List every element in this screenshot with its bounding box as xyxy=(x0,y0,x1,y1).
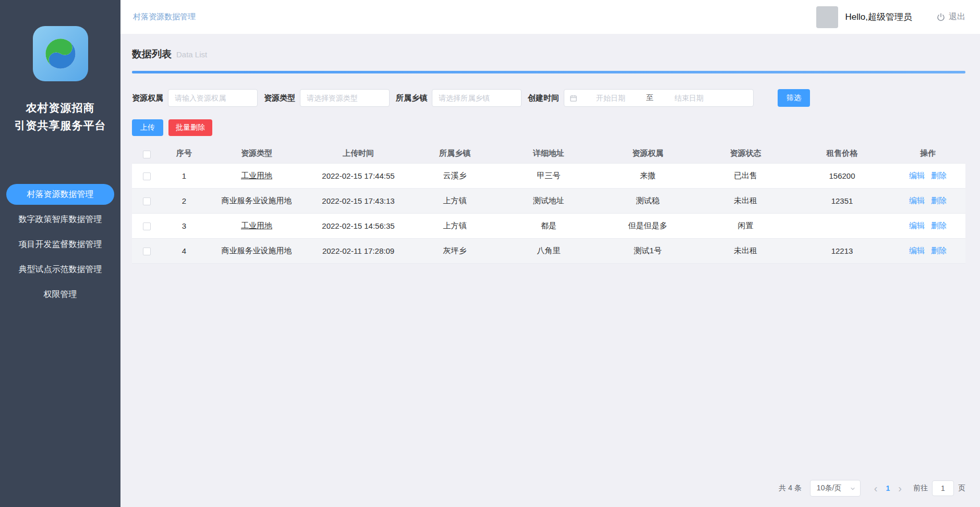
delete-link[interactable]: 删除 xyxy=(931,221,947,230)
app-title-line2: 引资共享服务平台 xyxy=(15,117,106,134)
ownership-label: 资源权属 xyxy=(132,93,163,103)
town-label: 所属乡镇 xyxy=(396,93,427,103)
app-root: 农村资源招商 引资共享服务平台 村落资源数据管理 数字政策智库数据管理 项目开发… xyxy=(0,0,980,507)
cell-type: 商业服务业设施用地 xyxy=(207,238,306,263)
filter-button[interactable]: 筛选 xyxy=(778,89,810,107)
date-range-separator: 至 xyxy=(644,93,656,103)
date-range-picker[interactable]: 至 xyxy=(564,89,754,107)
select-all-checkbox[interactable] xyxy=(143,151,151,158)
cell-seq: 4 xyxy=(161,238,207,263)
goto-label: 前往 xyxy=(913,484,928,493)
cell-type: 商业服务业设施用地 xyxy=(207,188,306,213)
column-header-town: 所属乡镇 xyxy=(410,144,499,163)
cell-town: 上方镇 xyxy=(410,213,499,238)
power-icon xyxy=(936,13,946,22)
page-size-select[interactable]: 10条/页 xyxy=(810,480,861,497)
row-checkbox[interactable] xyxy=(143,172,151,180)
town-select-input[interactable] xyxy=(432,89,522,107)
sidebar-menu: 村落资源数据管理 数字政策智库数据管理 项目开发监督数据管理 典型试点示范数据管… xyxy=(0,184,120,309)
chevron-left-icon[interactable]: ‹ xyxy=(870,483,882,493)
sidebar-item-label: 村落资源数据管理 xyxy=(27,189,94,200)
column-header-seq: 序号 xyxy=(161,144,207,163)
content: 数据列表 Data List 资源权属 资源类型 所属乡镇 xyxy=(120,34,980,507)
cell-status: 未出租 xyxy=(697,238,794,263)
page-unit-label: 页 xyxy=(958,484,965,493)
logout-button[interactable]: 退出 xyxy=(936,11,965,22)
column-header-upload-time: 上传时间 xyxy=(306,144,410,163)
sidebar-item-permission-management[interactable]: 权限管理 xyxy=(6,284,114,305)
batch-delete-button[interactable]: 批量删除 xyxy=(168,119,212,136)
goto-page-input[interactable] xyxy=(932,480,954,496)
cell-price: 156200 xyxy=(794,163,890,188)
cell-upload-time: 2022-02-15 17:44:55 xyxy=(306,163,410,188)
breadcrumb[interactable]: 村落资源数据管理 xyxy=(133,12,196,22)
row-checkbox[interactable] xyxy=(143,222,151,230)
delete-link[interactable]: 删除 xyxy=(931,246,947,255)
column-header-status: 资源状态 xyxy=(697,144,794,163)
delete-link[interactable]: 删除 xyxy=(931,171,947,180)
edit-link[interactable]: 编辑 xyxy=(909,246,925,255)
column-header-address: 详细地址 xyxy=(499,144,598,163)
column-header-type: 资源类型 xyxy=(207,144,306,163)
type-label: 资源类型 xyxy=(264,93,295,103)
cell-address: 甲三号 xyxy=(499,163,598,188)
chevron-right-icon[interactable]: › xyxy=(894,483,906,493)
sidebar-item-label: 典型试点示范数据管理 xyxy=(19,264,102,275)
row-checkbox[interactable] xyxy=(143,248,151,255)
cell-ownership: 测试稳 xyxy=(598,188,697,213)
sidebar-item-pilot-demo-data[interactable]: 典型试点示范数据管理 xyxy=(6,259,114,280)
column-header-price: 租售价格 xyxy=(794,144,890,163)
cell-status: 未出租 xyxy=(697,188,794,213)
filter-town: 所属乡镇 xyxy=(396,89,522,107)
topbar: 村落资源数据管理 Hello,超级管理员 退出 xyxy=(120,0,980,34)
data-table: 序号 资源类型 上传时间 所属乡镇 详细地址 资源权属 资源状态 租售价格 操作 xyxy=(132,144,965,264)
app-title: 农村资源招商 引资共享服务平台 xyxy=(15,99,106,134)
page-title-row: 数据列表 Data List xyxy=(132,47,965,61)
ownership-input[interactable] xyxy=(168,89,258,107)
edit-link[interactable]: 编辑 xyxy=(909,221,925,230)
sidebar-item-digital-policy-data[interactable]: 数字政策智库数据管理 xyxy=(6,209,114,230)
table-row: 4 商业服务业设施用地 2022-02-11 17:28:09 灰坪乡 八角里 … xyxy=(132,238,965,263)
cell-upload-time: 2022-02-15 14:56:35 xyxy=(306,213,410,238)
row-checkbox[interactable] xyxy=(143,197,151,205)
cell-upload-time: 2022-02-11 17:28:09 xyxy=(306,238,410,263)
chevron-down-icon xyxy=(850,485,856,493)
edit-link[interactable]: 编辑 xyxy=(909,171,925,180)
cell-status: 已出售 xyxy=(697,163,794,188)
cell-ownership: 但是但是多 xyxy=(598,213,697,238)
pagination-total: 共 4 条 xyxy=(779,484,802,493)
page-title: 数据列表 xyxy=(132,47,172,61)
sidebar-item-label: 权限管理 xyxy=(44,289,77,300)
sidebar-item-project-supervision-data[interactable]: 项目开发监督数据管理 xyxy=(6,234,114,255)
end-date-input[interactable] xyxy=(656,90,722,106)
cell-address: 测试地址 xyxy=(499,188,598,213)
table-header-row: 序号 资源类型 上传时间 所属乡镇 详细地址 资源权属 资源状态 租售价格 操作 xyxy=(132,144,965,163)
table-row: 2 商业服务业设施用地 2022-02-15 17:43:13 上方镇 测试地址… xyxy=(132,188,965,213)
cell-type: 工业用地 xyxy=(207,213,306,238)
action-bar: 上传 批量删除 xyxy=(132,119,965,136)
sidebar-item-village-resource-data[interactable]: 村落资源数据管理 xyxy=(6,184,114,205)
filter-bar: 资源权属 资源类型 所属乡镇 创建时间 xyxy=(132,89,965,107)
type-select-input[interactable] xyxy=(300,89,390,107)
cell-address: 八角里 xyxy=(499,238,598,263)
table-row: 3 工业用地 2022-02-15 14:56:35 上方镇 都是 但是但是多 … xyxy=(132,213,965,238)
edit-link[interactable]: 编辑 xyxy=(909,196,925,205)
cell-status: 闲置 xyxy=(697,213,794,238)
pagination-current-page[interactable]: 1 xyxy=(882,484,894,492)
filter-ownership: 资源权属 xyxy=(132,89,258,107)
app-logo-icon xyxy=(33,26,88,81)
filter-type: 资源类型 xyxy=(264,89,390,107)
delete-link[interactable]: 删除 xyxy=(931,196,947,205)
cell-address: 都是 xyxy=(499,213,598,238)
cell-town: 云溪乡 xyxy=(410,163,499,188)
start-date-input[interactable] xyxy=(577,90,644,106)
column-header-operations: 操作 xyxy=(890,144,965,163)
cell-type: 工业用地 xyxy=(207,163,306,188)
main-area: 村落资源数据管理 Hello,超级管理员 退出 数据列表 xyxy=(120,0,980,507)
upload-button[interactable]: 上传 xyxy=(132,119,163,136)
avatar xyxy=(816,6,838,28)
table-row: 1 工业用地 2022-02-15 17:44:55 云溪乡 甲三号 来撒 已出… xyxy=(132,163,965,188)
cell-town: 灰坪乡 xyxy=(410,238,499,263)
app-title-line1: 农村资源招商 xyxy=(15,99,106,117)
cell-seq: 3 xyxy=(161,213,207,238)
